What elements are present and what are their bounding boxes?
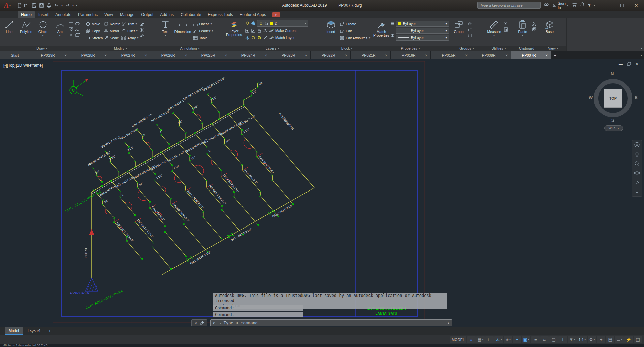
view-panel-title[interactable]: View▾	[540, 46, 566, 51]
transparency-toggle[interactable]: ▱	[540, 336, 549, 343]
layer-properties-button[interactable]: Layer Properties	[224, 19, 244, 37]
file-tab-pp027r[interactable]: PP027R✕	[110, 51, 150, 59]
move-button[interactable]: Move	[86, 21, 103, 27]
arc-button[interactable]: Arc▾	[52, 19, 68, 37]
fillet-button[interactable]: Fillet▾	[121, 28, 138, 34]
ungroup-icon[interactable]	[468, 21, 472, 26]
ribbon-tab-home[interactable]: Home	[18, 11, 35, 18]
viewport-controls[interactable]: [-][Top][2D Wireframe]	[3, 63, 43, 68]
group-edit-icon[interactable]	[468, 27, 472, 32]
clipboard-panel-title[interactable]: Clipboard	[513, 46, 540, 51]
layer-freeze-tool-icon[interactable]	[245, 35, 250, 40]
draw-panel-title[interactable]: Draw▾	[0, 46, 84, 51]
model-tab[interactable]: Model	[5, 327, 23, 335]
file-tab-pp023r[interactable]: PP023R✕	[270, 51, 310, 59]
ribbon-tab-output[interactable]: Output	[138, 11, 157, 18]
hatch-tool-icon[interactable]	[69, 27, 73, 32]
snap-mode-toggle[interactable]: ▦▾	[476, 336, 485, 343]
file-tab-pp007r[interactable]: PP007R✕	[511, 51, 551, 59]
close-button[interactable]: ✕	[629, 0, 643, 11]
insert-button[interactable]: Insert	[323, 19, 339, 34]
infocenter-badge-icon[interactable]: ▸	[272, 12, 280, 17]
ribbon-tab-manage[interactable]: Manage	[117, 11, 138, 18]
lock-ui-control[interactable]: ▭▾	[615, 336, 624, 343]
region-tool-icon[interactable]	[75, 33, 80, 37]
ribbon-tab-annotate[interactable]: Annotate	[52, 11, 75, 18]
ortho-mode-toggle[interactable]: ∟	[485, 336, 494, 343]
dimension-button[interactable]: Dimension	[173, 19, 192, 34]
viewcube-top-face[interactable]: TOP	[604, 89, 622, 108]
group-select-icon[interactable]	[468, 33, 472, 38]
clean-screen-toggle[interactable]: ◱	[634, 336, 642, 343]
block-panel-title[interactable]: Block▾	[322, 46, 372, 51]
graphics-performance-toggle[interactable]: ⚡	[624, 336, 633, 343]
search-input[interactable]: Type a keyword or phrase	[477, 2, 541, 9]
rotate-button[interactable]: Rotate	[104, 21, 120, 27]
tab-close-icon[interactable]: ✕	[505, 54, 508, 57]
text-button[interactable]: Text▾	[158, 19, 172, 37]
edit-attributes-button[interactable]: Edit Attributes▾	[340, 35, 370, 41]
layer-isolate-icon[interactable]	[245, 28, 250, 33]
tab-close-icon[interactable]: ✕	[64, 54, 67, 57]
polar-tracking-toggle[interactable]: ∠▾	[494, 336, 503, 343]
plot-style-icon[interactable]	[390, 33, 395, 38]
zoom-icon[interactable]	[634, 161, 640, 167]
modify-panel-title[interactable]: Modify▾	[84, 46, 157, 51]
ribbon-tab-insert[interactable]: Insert	[35, 11, 52, 18]
ribbon-tab-express-tools[interactable]: Express Tools	[204, 11, 236, 18]
base-button[interactable]: Base	[542, 19, 558, 34]
model-space-toggle[interactable]: MODEL	[450, 336, 466, 343]
layer-lock-icon[interactable]	[257, 28, 262, 33]
sign-in-button[interactable]: Sign In ▾	[552, 1, 568, 9]
tab-close-icon[interactable]: ✕	[265, 54, 267, 57]
file-tab-pp015r[interactable]: PP015R✕	[431, 51, 471, 59]
transparency-tool-icon[interactable]	[390, 27, 395, 32]
quick-calc-icon[interactable]	[504, 27, 508, 32]
linetype-dropdown[interactable]: ByLayer▾	[396, 28, 449, 34]
grid-display-toggle[interactable]: #	[467, 336, 476, 343]
close-icon[interactable]: ✕	[194, 321, 197, 325]
file-tab-pp024r[interactable]: PP024R✕	[230, 51, 270, 59]
object-snap-tracking-toggle[interactable]: ⌖	[513, 336, 521, 343]
tab-close-icon[interactable]: ✕	[545, 54, 548, 57]
isometric-drafting-toggle[interactable]: ◈▾	[504, 336, 512, 343]
layers-panel-title[interactable]: Layers▾	[223, 46, 322, 51]
wcs-selector[interactable]: WCS▾	[604, 125, 623, 131]
maximize-button[interactable]	[615, 0, 629, 11]
save-as-icon[interactable]	[39, 3, 44, 8]
circle-button[interactable]: Circle▾	[35, 19, 51, 37]
viewcube-west[interactable]: W	[589, 95, 593, 100]
wrench-icon[interactable]	[200, 321, 204, 325]
save-icon[interactable]	[32, 3, 37, 8]
command-history-expand-icon[interactable]: ▲	[448, 321, 449, 325]
ribbon-tab-featured-apps[interactable]: Featured Apps	[236, 11, 269, 18]
dynamic-ucs-toggle[interactable]: ⊥	[558, 336, 567, 343]
undo-dropdown-icon[interactable]: ▾	[61, 4, 63, 7]
quick-properties-toggle[interactable]: ▤	[606, 336, 614, 343]
file-tab-pp016r[interactable]: PP016R✕	[391, 51, 430, 59]
stretch-button[interactable]: Stretch	[86, 35, 103, 41]
line-button[interactable]: Line	[1, 19, 17, 34]
layer-off-icon[interactable]	[245, 21, 250, 26]
show-motion-icon[interactable]	[634, 179, 640, 185]
layer-unisolate-icon[interactable]	[251, 28, 256, 33]
redo-dropdown-icon[interactable]: ▾	[72, 4, 74, 7]
workspace-switching[interactable]: ⚙▾	[588, 336, 596, 343]
minimize-button[interactable]: —	[601, 0, 615, 11]
tab-close-icon[interactable]: ✕	[385, 54, 388, 57]
lineweight-toggle[interactable]: ≡	[531, 336, 540, 343]
mirror-button[interactable]: Mirror	[104, 28, 120, 34]
erase-tool-icon[interactable]	[139, 21, 144, 26]
application-menu-button[interactable]: A▾	[0, 0, 15, 11]
ribbon-tab-addins[interactable]: Add-ins	[157, 11, 177, 18]
rectangle-tool-icon[interactable]	[69, 21, 73, 26]
file-tab-pp022r[interactable]: PP022R✕	[311, 51, 350, 59]
leader-button[interactable]: Leader▾	[193, 28, 221, 34]
doc-close-button[interactable]: ✕	[635, 62, 639, 67]
tab-close-icon[interactable]: ✕	[104, 54, 107, 57]
selection-filtering-toggle[interactable]: ▼▾	[568, 336, 576, 343]
file-tab-pp029r[interactable]: PP029R✕	[30, 51, 70, 59]
trim-button[interactable]: Trim▾	[121, 21, 138, 27]
ellipse-tool-icon[interactable]	[75, 21, 80, 26]
scale-button[interactable]: Scale	[104, 35, 120, 41]
